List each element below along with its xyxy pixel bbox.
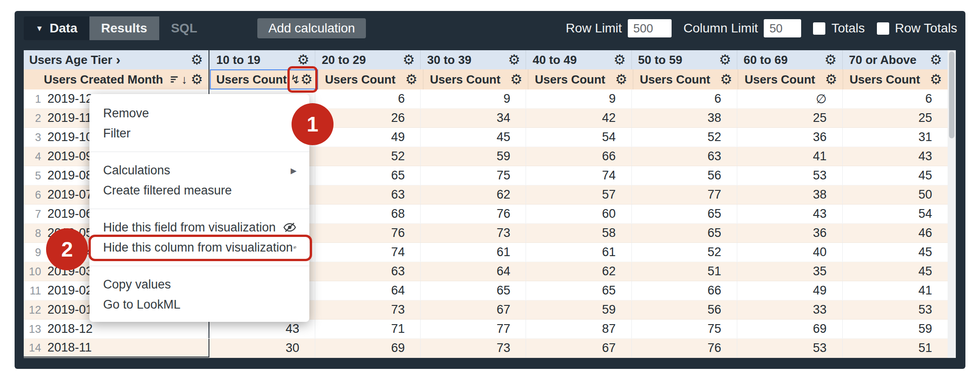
pivot-column-header[interactable]: 30 to 39 ⚙ (420, 50, 526, 69)
totals-checkbox[interactable] (813, 22, 825, 35)
gear-icon[interactable]: ⚙ (297, 53, 309, 67)
chevron-right-icon[interactable]: › (116, 52, 120, 68)
menu-item-remove[interactable]: Remove (89, 103, 309, 123)
value-cell[interactable]: 45 (842, 243, 948, 262)
value-cell[interactable]: 41 (737, 147, 842, 166)
value-cell[interactable]: 54 (526, 128, 631, 147)
menu-item-calculations[interactable]: Calculations ▸ (89, 160, 309, 180)
value-cell[interactable]: 74 (526, 166, 631, 185)
measure-column-header[interactable]: Users Count ⚙ (843, 69, 948, 89)
gear-icon[interactable]: ⚙ (930, 73, 942, 86)
value-cell[interactable]: 77 (420, 320, 526, 338)
value-cell[interactable]: 6 (631, 89, 737, 108)
value-cell[interactable]: 34 (420, 109, 526, 127)
gear-icon[interactable]: ⚙ (825, 73, 837, 86)
tab-sql[interactable]: SQL (159, 16, 209, 40)
gear-icon[interactable]: ⚙ (508, 53, 521, 67)
value-cell[interactable]: 59 (526, 300, 631, 319)
value-cell[interactable]: 43 (737, 205, 842, 223)
gear-icon[interactable]: ⚙ (402, 53, 415, 67)
value-cell[interactable]: 9 (420, 89, 526, 108)
row-totals-checkbox[interactable] (877, 22, 889, 35)
gear-icon[interactable]: ⚙ (719, 53, 731, 67)
row-limit-input[interactable] (628, 19, 672, 37)
measure-column-header[interactable]: Users Count ⚙ (318, 69, 423, 89)
value-cell[interactable]: 36 (737, 128, 842, 147)
value-cell[interactable]: 77 (631, 185, 737, 204)
pivot-column-header[interactable]: 40 to 49 ⚙ (526, 50, 631, 69)
pivot-column-header[interactable]: 60 to 69 ⚙ (737, 50, 842, 69)
value-cell[interactable]: 68 (315, 205, 420, 223)
tab-results[interactable]: Results (89, 16, 159, 40)
value-cell[interactable]: 45 (842, 166, 948, 185)
value-cell[interactable]: 36 (737, 224, 842, 242)
value-cell[interactable]: 65 (631, 224, 737, 242)
value-cell[interactable]: 66 (631, 281, 737, 300)
gear-icon[interactable]: ⚙ (510, 73, 522, 86)
month-cell[interactable]: 2018-11 (45, 339, 209, 357)
value-cell[interactable]: 65 (315, 166, 420, 185)
value-cell[interactable]: 54 (842, 205, 948, 223)
value-cell[interactable]: 61 (420, 243, 526, 262)
value-cell[interactable]: 56 (631, 300, 737, 319)
value-cell[interactable]: 87 (526, 320, 631, 338)
value-cell[interactable]: 73 (420, 224, 526, 242)
value-cell[interactable]: 71 (315, 320, 420, 338)
value-cell[interactable]: 76 (631, 339, 737, 357)
value-cell[interactable]: 62 (526, 262, 631, 281)
value-cell[interactable]: 45 (842, 262, 948, 281)
measure-column-header[interactable]: Users Count ⚙ (738, 69, 843, 89)
value-cell[interactable]: 76 (420, 205, 526, 223)
value-cell[interactable]: 76 (315, 224, 420, 242)
value-cell[interactable]: 6 (842, 89, 948, 108)
value-cell[interactable]: 65 (420, 281, 526, 300)
measure-column-header[interactable]: Users Count ⚙ (528, 69, 633, 89)
value-cell[interactable]: 25 (842, 109, 948, 127)
month-cell[interactable]: 2018-12 (45, 320, 209, 338)
value-cell[interactable]: 9 (526, 89, 631, 108)
measure-column-header[interactable]: Users Count ⚙ (633, 69, 738, 89)
pivot-column-header[interactable]: 20 to 29 ⚙ (315, 50, 420, 69)
value-cell[interactable]: 56 (631, 166, 737, 185)
value-cell[interactable]: 63 (631, 147, 737, 166)
pivot-column-header[interactable]: 70 or Above ⚙ (842, 50, 948, 69)
gear-icon[interactable]: ⚙ (930, 53, 942, 67)
value-cell[interactable]: 73 (315, 300, 420, 319)
value-cell[interactable]: 75 (420, 166, 526, 185)
value-cell[interactable]: 75 (631, 320, 737, 338)
value-cell[interactable]: 53 (737, 166, 842, 185)
value-cell[interactable]: 45 (420, 128, 526, 147)
value-cell[interactable]: 38 (737, 185, 842, 204)
value-cell[interactable]: 64 (315, 281, 420, 300)
menu-item-go-to-lookml[interactable]: Go to LookML (89, 294, 309, 315)
value-cell[interactable]: 67 (420, 300, 526, 319)
value-cell[interactable]: 38 (631, 109, 737, 127)
value-cell[interactable]: 41 (842, 281, 948, 300)
value-cell[interactable]: 51 (842, 339, 948, 357)
add-calculation-button[interactable]: Add calculation (257, 18, 366, 38)
value-cell[interactable]: 46 (842, 224, 948, 242)
value-cell[interactable]: 40 (737, 243, 842, 262)
gear-icon[interactable]: ⚙ (405, 73, 417, 86)
value-cell[interactable]: 62 (420, 185, 526, 204)
value-cell[interactable]: 50 (842, 185, 948, 204)
scrollbar-thumb[interactable] (949, 52, 954, 138)
value-cell[interactable]: 59 (842, 320, 948, 338)
value-cell[interactable]: 61 (526, 243, 631, 262)
caret-down-icon[interactable]: ▼ (36, 25, 43, 32)
value-cell[interactable]: 53 (842, 300, 948, 319)
menu-item-create-filtered-measure[interactable]: Create filtered measure (89, 180, 309, 200)
value-cell[interactable]: 59 (420, 147, 526, 166)
value-cell[interactable]: 25 (737, 109, 842, 127)
value-cell[interactable]: 63 (315, 262, 420, 281)
gear-icon[interactable]: ⚙ (614, 53, 626, 67)
value-cell[interactable]: 51 (631, 262, 737, 281)
dimension-field-header[interactable]: Users Created Month ↓ ⚙ (24, 69, 209, 89)
menu-item-filter[interactable]: Filter (89, 123, 309, 143)
value-cell[interactable]: 58 (526, 224, 631, 242)
value-cell[interactable]: 65 (631, 205, 737, 223)
gear-icon[interactable]: ⚙ (720, 73, 732, 86)
tab-data[interactable]: ▼ Data (24, 16, 89, 40)
measure-column-header[interactable]: Users Count ⚙ (423, 69, 528, 89)
gear-icon[interactable]: ⚙ (615, 73, 627, 86)
